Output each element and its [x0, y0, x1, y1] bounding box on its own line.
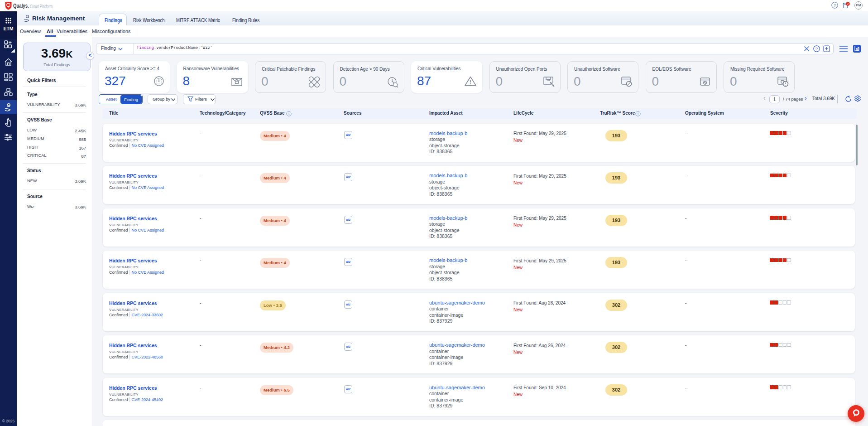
- svg-text:i: i: [638, 112, 639, 116]
- svg-text:?: ?: [834, 3, 836, 8]
- svg-text:2: 2: [847, 2, 849, 5]
- svg-text:i: i: [288, 112, 290, 116]
- svg-text:?: ?: [815, 46, 818, 51]
